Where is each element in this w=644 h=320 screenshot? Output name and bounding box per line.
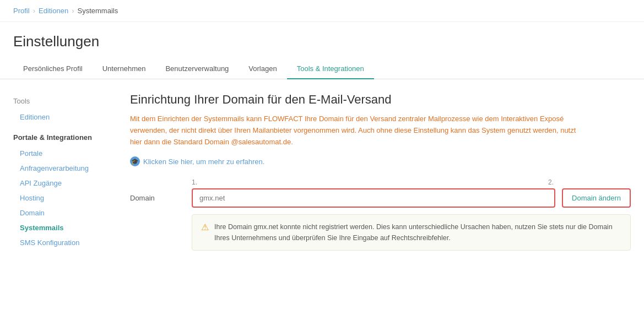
main-content: Einrichtung Ihrer Domain für den E-Mail-… (130, 93, 631, 251)
sidebar-item-sms-konfiguration[interactable]: SMS Konfiguration (13, 235, 112, 250)
domain-input[interactable] (193, 189, 554, 207)
learn-more-icon: 🎓 (130, 156, 140, 166)
domain-input-wrapper (192, 188, 555, 208)
tab-unternehmen[interactable]: Unternehmen (93, 59, 156, 79)
section-title: Einrichtung Ihrer Domain für den E-Mail-… (130, 93, 631, 107)
sidebar-item-anfragenverarbeitung[interactable]: Anfragenverarbeitung (13, 161, 112, 176)
sidebar-item-systemmails[interactable]: Systemmails (13, 220, 112, 235)
sidebar-group-portale-title: Portale & Integrationen (13, 133, 112, 142)
content-area: Tools Editionen Portale & Integrationen … (0, 79, 644, 264)
step1-label: 1. (192, 178, 197, 186)
sidebar-item-domain[interactable]: Domain (13, 205, 112, 220)
warning-text: Ihre Domain gmx.net konnte nicht registr… (214, 221, 621, 243)
page-header: Einstellungen (0, 22, 644, 50)
domain-label: Domain (130, 194, 185, 202)
breadcrumb-profil[interactable]: Profil (13, 7, 30, 15)
sidebar-item-portale[interactable]: Portale (13, 146, 112, 161)
tab-tools-integrationen[interactable]: Tools & Integrationen (287, 59, 374, 79)
step2-label-container: 2. (548, 177, 631, 186)
sidebar-group-tools-title: Tools (13, 97, 112, 105)
breadcrumb-editionen[interactable]: Editionen (39, 7, 68, 15)
step1-label-container: 1. (192, 177, 548, 186)
breadcrumb-sep-1: › (33, 7, 35, 15)
tab-vorlagen[interactable]: Vorlagen (239, 59, 286, 79)
page-title: Einstellungen (13, 33, 631, 50)
breadcrumb-current: Systemmails (78, 7, 118, 15)
warning-box: ⚠ Ihre Domain gmx.net konnte nicht regis… (192, 214, 631, 251)
description-text: Mit dem Einrichten der Systemmails kann … (130, 113, 582, 148)
warning-icon: ⚠ (201, 222, 209, 232)
step2-label: 2. (548, 178, 554, 186)
sidebar: Tools Editionen Portale & Integrationen … (13, 93, 112, 251)
learn-more-text: Klicken Sie hier, um mehr zu erfahren. (143, 158, 264, 166)
tabs-container: Persönliches Profil Unternehmen Benutzer… (0, 59, 644, 79)
domain-row: Domain Domain ändern (130, 188, 631, 208)
breadcrumb: Profil › Editionen › Systemmails (0, 0, 644, 22)
tab-benutzerverwaltung[interactable]: Benutzerverwaltung (155, 59, 239, 79)
sidebar-item-hosting[interactable]: Hosting (13, 191, 112, 205)
step-labels-row: 1. 2. (130, 177, 631, 186)
domain-change-button[interactable]: Domain ändern (562, 188, 631, 208)
tab-persoenliches-profil[interactable]: Persönliches Profil (13, 59, 93, 79)
sidebar-item-api-zugaenge[interactable]: API Zugänge (13, 176, 112, 191)
breadcrumb-sep-2: › (72, 7, 74, 15)
sidebar-item-editionen[interactable]: Editionen (13, 110, 112, 124)
learn-more-link[interactable]: 🎓 Klicken Sie hier, um mehr zu erfahren. (130, 156, 631, 166)
